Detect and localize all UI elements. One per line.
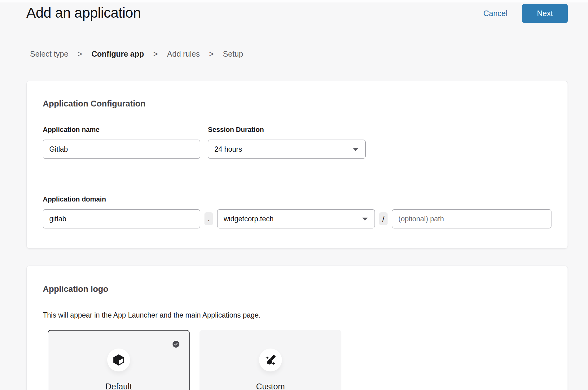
logo-option-custom[interactable]: Custom [200,330,341,390]
dropdown-caret-icon [362,218,368,221]
application-configuration-card: Application Configuration Application na… [26,81,568,249]
domain-select-value: widgetcorp.tech [224,215,274,223]
breadcrumb-step-setup[interactable]: Setup [223,50,243,58]
domain-select[interactable]: widgetcorp.tech [217,209,375,228]
logo-option-label: Default [48,382,189,390]
logo-option-label: Custom [200,382,341,390]
session-duration-value: 24 hours [214,145,242,154]
session-duration-label: Session Duration [208,126,366,134]
application-logo-card: Application logo This will appear in the… [26,266,568,390]
breadcrumb-step-select-type[interactable]: Select type [30,50,68,58]
dot-separator: . [204,212,213,225]
breadcrumb-step-add-rules[interactable]: Add rules [167,50,200,58]
subdomain-input[interactable] [43,209,200,228]
session-duration-field-group: Session Duration 24 hours [208,126,366,159]
custom-logo-circle [259,349,282,371]
name-session-row: Application name Session Duration 24 hou… [43,126,551,159]
dropdown-caret-icon [353,148,358,151]
paintbrush-icon [265,354,276,366]
header-actions: Cancel Next [483,4,568,23]
cube-icon [113,354,124,366]
application-name-input[interactable] [43,140,200,159]
path-input[interactable] [392,209,551,228]
application-name-label: Application name [43,126,200,134]
next-button[interactable]: Next [522,4,568,23]
breadcrumb-separator: > [209,50,214,58]
default-logo-circle [107,349,130,371]
breadcrumb-step-configure-app[interactable]: Configure app [91,50,144,58]
slash-separator: / [379,212,388,225]
logo-option-default[interactable]: Default [48,330,190,390]
page-title: Add an application [26,4,141,21]
application-logo-description: This will appear in the App Launcher and… [43,311,551,319]
application-logo-heading: Application logo [43,284,551,294]
breadcrumb-separator: > [153,50,158,58]
application-domain-row: . widgetcorp.tech / [43,209,551,228]
session-duration-select[interactable]: 24 hours [208,140,366,159]
wizard-breadcrumb: Select type > Configure app > Add rules … [30,50,243,58]
check-icon [174,343,178,346]
cancel-button[interactable]: Cancel [483,9,507,18]
logo-option-tiles: Default Custom [48,330,551,390]
application-name-field-group: Application name [43,126,200,159]
selected-check-badge [173,341,179,348]
configuration-heading: Application Configuration [43,98,551,109]
add-application-page: Add an application Cancel Next Select ty… [0,0,588,390]
top-edge-strip [0,0,588,2]
application-domain-label: Application domain [43,195,551,203]
breadcrumb-separator: > [78,50,82,58]
